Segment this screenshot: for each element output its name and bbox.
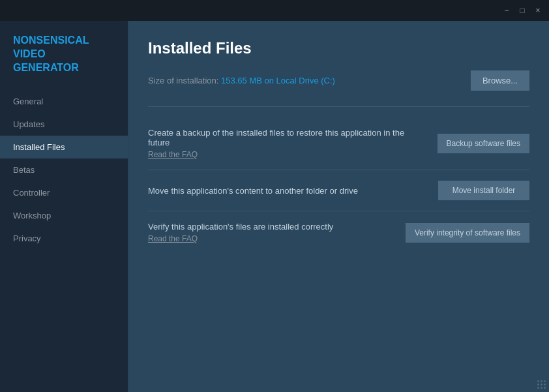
action-row-move: Move this application's content to anoth…	[148, 170, 529, 211]
sidebar-item-betas[interactable]: Betas	[0, 158, 128, 181]
verify-faq-link[interactable]: Read the FAQ	[148, 234, 333, 243]
app-title: NONSENSICAL VIDEO GENERATOR	[0, 34, 128, 90]
install-size-value: 153.65 MB on Local Drive (C:)	[221, 76, 335, 85]
content-area: Installed Files Size of installation: 15…	[128, 21, 549, 392]
verify-button[interactable]: Verify integrity of software files	[406, 223, 529, 243]
action-row-backup: Create a backup of the installed files t…	[148, 117, 529, 170]
minimize-button[interactable]: −	[501, 5, 512, 16]
move-button[interactable]: Move install folder	[438, 181, 529, 200]
backup-action-text: Create a backup of the installed files t…	[148, 128, 422, 159]
maximize-button[interactable]: □	[516, 5, 528, 16]
install-size-text: Size of installation: 153.65 MB on Local…	[148, 76, 335, 85]
section-divider	[148, 106, 529, 107]
install-info: Size of installation: 153.65 MB on Local…	[148, 70, 529, 91]
sidebar-item-installed-files[interactable]: Installed Files	[0, 136, 128, 158]
title-bar: − □ ×	[0, 0, 549, 21]
sidebar: NONSENSICAL VIDEO GENERATOR General Upda…	[0, 21, 128, 392]
backup-faq-link[interactable]: Read the FAQ	[148, 150, 422, 159]
resize-handle[interactable]	[537, 380, 545, 388]
browse-button[interactable]: Browse...	[471, 70, 529, 91]
sidebar-item-updates[interactable]: Updates	[0, 113, 128, 136]
page-title: Installed Files	[148, 39, 529, 57]
sidebar-item-privacy[interactable]: Privacy	[0, 227, 128, 250]
verify-action-text: Verify this application's files are inst…	[148, 222, 333, 243]
backup-button[interactable]: Backup software files	[438, 134, 529, 153]
sidebar-item-controller[interactable]: Controller	[0, 181, 128, 204]
sidebar-item-workshop[interactable]: Workshop	[0, 204, 128, 227]
action-row-verify: Verify this application's files are inst…	[148, 211, 529, 254]
sidebar-item-general[interactable]: General	[0, 90, 128, 113]
main-layout: NONSENSICAL VIDEO GENERATOR General Upda…	[0, 21, 549, 392]
close-button[interactable]: ×	[532, 5, 544, 16]
move-action-text: Move this application's content to anoth…	[148, 186, 358, 196]
